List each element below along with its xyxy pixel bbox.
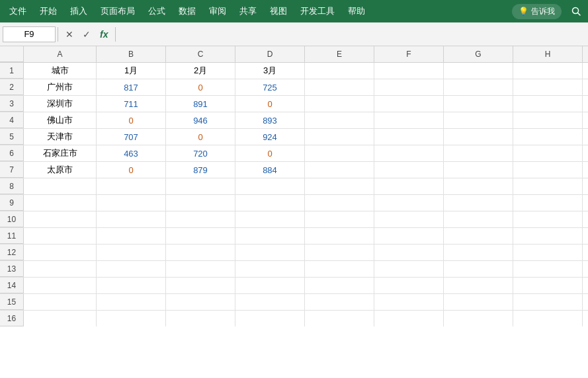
grid-cell[interactable]	[235, 311, 305, 326]
grid-cell[interactable]	[513, 129, 583, 145]
grid-cell[interactable]	[374, 63, 444, 79]
grid-cell[interactable]: 天津市	[24, 129, 97, 145]
grid-cell[interactable]	[235, 245, 305, 260]
grid-cell[interactable]	[444, 63, 513, 79]
grid-cell[interactable]: 817	[97, 79, 166, 95]
grid-cell[interactable]	[24, 211, 97, 227]
grid-cell[interactable]	[513, 211, 583, 227]
grid-cell[interactable]: 0	[166, 79, 235, 95]
grid-cell[interactable]	[305, 79, 374, 95]
grid-cell[interactable]	[235, 294, 305, 310]
grid-cell[interactable]	[97, 211, 166, 227]
col-header-c[interactable]: C	[166, 46, 235, 62]
grid-cell[interactable]	[444, 96, 513, 112]
grid-cell[interactable]: 0	[235, 96, 305, 112]
grid-cell[interactable]: 879	[166, 162, 235, 178]
grid-cell[interactable]	[374, 261, 444, 277]
menu-share[interactable]: 共享	[233, 3, 263, 20]
grid-cell[interactable]	[513, 245, 583, 260]
grid-cell[interactable]: 3月	[235, 63, 305, 79]
grid-cell[interactable]	[374, 195, 444, 211]
grid-cell[interactable]	[305, 294, 374, 310]
grid-cell[interactable]: 891	[166, 96, 235, 112]
grid-cell[interactable]	[374, 278, 444, 293]
grid-cell[interactable]	[97, 261, 166, 277]
grid-cell[interactable]	[97, 278, 166, 293]
menu-home[interactable]: 开始	[33, 3, 63, 20]
col-header-e[interactable]: E	[305, 46, 374, 62]
grid-cell[interactable]	[444, 245, 513, 260]
grid-cell[interactable]	[305, 162, 374, 178]
grid-cell[interactable]	[444, 145, 513, 161]
grid-cell[interactable]	[97, 311, 166, 326]
grid-cell[interactable]	[444, 211, 513, 227]
grid-cell[interactable]	[374, 112, 444, 128]
grid-cell[interactable]: 0	[235, 145, 305, 161]
grid-cell[interactable]	[166, 261, 235, 277]
grid-cell[interactable]	[97, 195, 166, 211]
menu-pagelayout[interactable]: 页面布局	[94, 3, 142, 20]
grid-cell[interactable]	[305, 195, 374, 211]
grid-cell[interactable]	[374, 129, 444, 145]
grid-cell[interactable]	[374, 79, 444, 95]
fx-icon[interactable]: fx	[97, 28, 110, 41]
grid-cell[interactable]	[305, 63, 374, 79]
grid-cell[interactable]	[24, 178, 97, 194]
grid-cell[interactable]	[305, 178, 374, 194]
grid-cell[interactable]: 0	[166, 129, 235, 145]
grid-cell[interactable]	[166, 228, 235, 244]
col-header-f[interactable]: F	[374, 46, 444, 62]
grid-cell[interactable]	[97, 294, 166, 310]
grid-cell[interactable]: 佛山市	[24, 112, 97, 128]
grid-cell[interactable]: 石家庄市	[24, 145, 97, 161]
grid-cell[interactable]	[235, 228, 305, 244]
grid-cell[interactable]	[166, 211, 235, 227]
grid-cell[interactable]	[513, 96, 583, 112]
confirm-icon[interactable]: ✓	[80, 28, 93, 41]
grid-cell[interactable]	[513, 178, 583, 194]
grid-cell[interactable]	[444, 278, 513, 293]
grid-cell[interactable]	[513, 79, 583, 95]
grid-cell[interactable]	[235, 178, 305, 194]
grid-cell[interactable]	[305, 96, 374, 112]
grid-cell[interactable]	[166, 294, 235, 310]
grid-cell[interactable]	[513, 195, 583, 211]
grid-cell[interactable]: 720	[166, 145, 235, 161]
grid-cell[interactable]	[166, 195, 235, 211]
col-header-h[interactable]: H	[513, 46, 583, 62]
grid-cell[interactable]	[374, 96, 444, 112]
grid-cell[interactable]	[235, 195, 305, 211]
grid-cell[interactable]: 946	[166, 112, 235, 128]
grid-cell[interactable]	[305, 261, 374, 277]
grid-cell[interactable]	[444, 112, 513, 128]
grid-cell[interactable]	[24, 311, 97, 326]
grid-cell[interactable]	[166, 278, 235, 293]
grid-cell[interactable]	[97, 178, 166, 194]
formula-input[interactable]	[118, 26, 585, 42]
grid-cell[interactable]	[513, 261, 583, 277]
cancel-icon[interactable]: ✕	[63, 28, 76, 41]
grid-cell[interactable]	[444, 129, 513, 145]
grid-cell[interactable]: 2月	[166, 63, 235, 79]
grid-cell[interactable]	[24, 245, 97, 260]
grid-cell[interactable]	[513, 162, 583, 178]
menu-formula[interactable]: 公式	[142, 3, 172, 20]
grid-cell[interactable]	[513, 278, 583, 293]
grid-cell[interactable]	[444, 294, 513, 310]
grid-cell[interactable]	[374, 311, 444, 326]
grid-cell[interactable]	[305, 228, 374, 244]
grid-cell[interactable]	[374, 228, 444, 244]
grid-cell[interactable]	[374, 211, 444, 227]
cell-reference-box[interactable]	[3, 26, 56, 42]
grid-cell[interactable]: 924	[235, 129, 305, 145]
grid-cell[interactable]: 707	[97, 129, 166, 145]
grid-cell[interactable]	[24, 261, 97, 277]
grid-cell[interactable]	[444, 195, 513, 211]
grid-cell[interactable]	[166, 245, 235, 260]
grid-cell[interactable]: 1月	[97, 63, 166, 79]
grid-cell[interactable]: 0	[97, 162, 166, 178]
grid-cell[interactable]	[374, 294, 444, 310]
grid-cell[interactable]	[444, 311, 513, 326]
search-button[interactable]	[567, 2, 585, 20]
grid-cell[interactable]	[513, 228, 583, 244]
